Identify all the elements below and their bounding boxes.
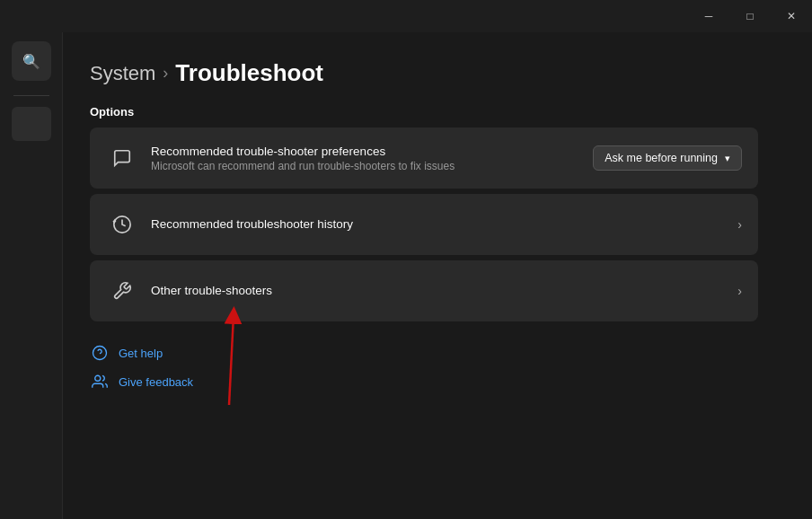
card-recommended-prefs-subtitle: Microsoft can recommend and run trouble-… [151, 160, 593, 172]
card-recommended-prefs-action: Ask me before running ▾ [593, 145, 742, 171]
chevron-down-icon: ▾ [725, 153, 730, 164]
close-button[interactable]: ✕ [771, 0, 812, 32]
card-other-troubleshooters-text: Other trouble-shooters [151, 284, 737, 299]
give-feedback-link[interactable]: Give feedback [90, 372, 758, 391]
minimize-button[interactable]: ─ [688, 0, 729, 32]
card-recommended-history[interactable]: Recommended troubleshooter history › [90, 194, 758, 255]
links-section: Get help Give feedback [90, 343, 758, 391]
breadcrumb-separator: › [163, 64, 168, 83]
chevron-right-icon-2: › [737, 284, 742, 298]
card-recommended-prefs-title: Recommended trouble-shooter preferences [151, 145, 593, 158]
app-layout: 🔍 System › Troubleshoot Options [0, 32, 812, 519]
sidebar-divider [13, 95, 49, 96]
sidebar-item-block [12, 107, 51, 141]
help-icon [90, 343, 110, 363]
card-recommended-history-action: › [737, 217, 742, 232]
card-recommended-prefs[interactable]: Recommended trouble-shooter preferences … [90, 128, 758, 189]
card-other-troubleshooters[interactable]: Other trouble-shooters › [90, 260, 758, 321]
sidebar: 🔍 [0, 32, 63, 519]
get-help-label[interactable]: Get help [119, 347, 163, 360]
card-recommended-prefs-text: Recommended trouble-shooter preferences … [151, 145, 593, 172]
get-help-link[interactable]: Get help [90, 343, 758, 363]
content-wrapper: System › Troubleshoot Options Recommende… [90, 59, 758, 391]
ask-before-running-dropdown[interactable]: Ask me before running ▾ [593, 145, 742, 171]
card-recommended-history-title: Recommended troubleshooter history [151, 217, 737, 231]
search-icon: 🔍 [22, 53, 40, 70]
options-label: Options [90, 105, 758, 119]
breadcrumb-current: Troubleshoot [175, 59, 323, 87]
title-bar: ─ □ ✕ [0, 0, 812, 32]
history-icon [106, 208, 138, 241]
content-area: System › Troubleshoot Options Recommende… [63, 32, 812, 519]
svg-point-1 [93, 347, 107, 360]
dropdown-label: Ask me before running [605, 152, 718, 164]
wrench-icon [106, 275, 138, 307]
card-other-troubleshooters-title: Other trouble-shooters [151, 284, 737, 297]
breadcrumb-system[interactable]: System [90, 62, 155, 85]
card-other-troubleshooters-action: › [737, 284, 742, 298]
chevron-right-icon: › [737, 217, 742, 232]
breadcrumb: System › Troubleshoot [90, 59, 758, 87]
feedback-icon [90, 372, 110, 391]
chat-icon [106, 142, 138, 174]
svg-point-3 [95, 375, 101, 381]
card-recommended-history-text: Recommended troubleshooter history [151, 217, 737, 233]
maximize-button[interactable]: □ [729, 0, 771, 32]
give-feedback-label[interactable]: Give feedback [119, 375, 193, 389]
search-button[interactable]: 🔍 [12, 41, 51, 81]
